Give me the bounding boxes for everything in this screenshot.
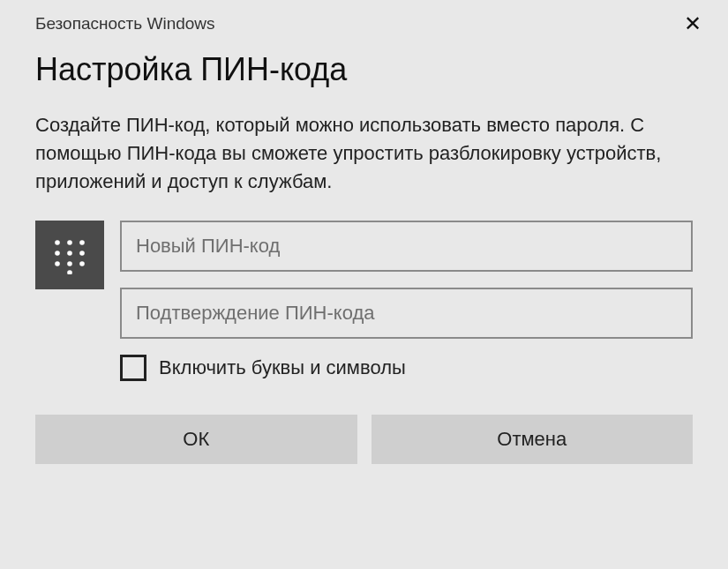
keypad-icon-box: [35, 221, 104, 289]
svg-point-1: [67, 240, 72, 245]
pin-fields: [120, 221, 693, 339]
svg-point-5: [79, 251, 85, 256]
dialog-button-row: ОК Отмена: [0, 415, 728, 464]
svg-point-8: [79, 261, 85, 266]
checkbox-label: Включить буквы и символы: [159, 356, 406, 379]
ok-button[interactable]: ОК: [35, 415, 357, 464]
titlebar-title: Безопасность Windows: [35, 14, 215, 34]
keypad-icon: [50, 236, 89, 274]
new-pin-input[interactable]: [120, 221, 693, 272]
svg-point-7: [67, 261, 72, 266]
dialog-description: Создайте ПИН-код, который можно использо…: [35, 111, 688, 196]
close-icon: ✕: [684, 11, 702, 36]
svg-point-4: [67, 251, 72, 256]
dialog-content: Настройка ПИН-кода Создайте ПИН-код, кот…: [0, 39, 728, 381]
confirm-pin-input[interactable]: [120, 288, 693, 339]
letters-symbols-checkbox[interactable]: [120, 355, 146, 381]
svg-point-9: [67, 270, 72, 274]
svg-point-0: [55, 240, 60, 245]
svg-point-3: [55, 251, 60, 256]
dialog-heading: Настройка ПИН-кода: [35, 51, 693, 88]
svg-point-2: [79, 240, 85, 245]
cancel-button[interactable]: Отмена: [372, 415, 694, 464]
pin-form-row: [35, 221, 693, 339]
close-button[interactable]: ✕: [673, 8, 712, 40]
checkbox-row: Включить буквы и символы: [120, 355, 693, 381]
svg-point-6: [55, 261, 60, 266]
titlebar: Безопасность Windows ✕: [0, 0, 728, 39]
